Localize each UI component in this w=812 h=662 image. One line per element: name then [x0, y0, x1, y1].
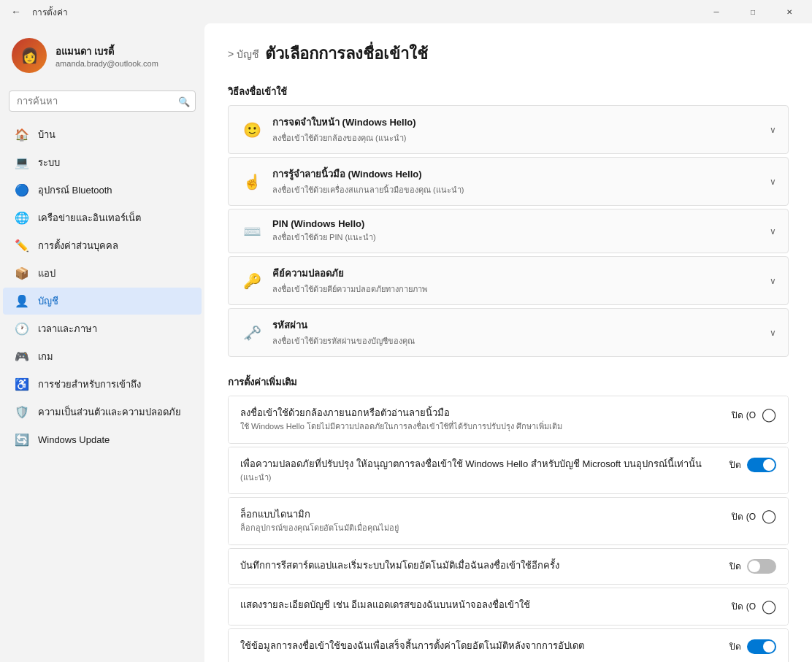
maximize-button[interactable]: □ — [736, 0, 770, 23]
nav-icon-accounts: 👤 — [15, 294, 29, 309]
search-box: 🔍 — [9, 91, 196, 112]
page-header: > บัญชี ตัวเลือกการลงชื่อเข้าใช้ — [228, 41, 789, 66]
settings-window: ← การตั้งค่า ─ □ ✕ 👩 อแมนดา เบรดี้ amand… — [0, 0, 812, 662]
toggle-label-1: ปิด — [729, 458, 741, 472]
toggle-desc-0: ใช้ Windows Hello โดยไม่มีความปลอดภัยในก… — [240, 421, 720, 432]
additional-option-5: ใช้ข้อมูลการลงชื่อเข้าใช้ของฉันเพื่อเสร็… — [228, 628, 789, 662]
signin-option-header-1[interactable]: ☝️ การรู้จำลายนิ้วมือ (Windows Hello) ลง… — [229, 158, 788, 205]
additional-section: การตั้งค่าเพิ่มเติม ลงชื่อเข้าใช้ด้วยกล้… — [228, 374, 789, 662]
signin-option-header-0[interactable]: 🙂 การจดจำใบหน้า (Windows Hello) ลงชื่อเข… — [229, 106, 788, 153]
sidebar-item-gaming[interactable]: 🎮 เกม — [3, 343, 202, 370]
toggle-row-5: ใช้ข้อมูลการลงชื่อเข้าใช้ของฉันเพื่อเสร็… — [229, 629, 788, 662]
toggle-switch-1[interactable] — [747, 458, 776, 472]
signin-option-desc-4: ลงชื่อเข้าใช้ด้วยรหัสผ่านของบัญชีของคุณ — [272, 334, 770, 347]
signin-option-icon-3: 🔑 — [240, 269, 264, 293]
chevron-icon-0: ∨ — [770, 125, 776, 135]
titlebar-left: ← การตั้งค่า — [6, 1, 68, 22]
sidebar-item-bluetooth[interactable]: 🔵 อุปกรณ์ Bluetooth — [3, 177, 202, 204]
signin-option-1[interactable]: ☝️ การรู้จำลายนิ้วมือ (Windows Hello) ลง… — [228, 157, 789, 206]
toggle-label-4: ปิด (O — [732, 599, 756, 613]
close-button[interactable]: ✕ — [773, 0, 806, 23]
signin-option-desc-0: ลงชื่อเข้าใช้ด้วยกล้องของคุณ (แนะนำ) — [272, 131, 770, 145]
additional-options: ลงชื่อเข้าใช้ด้วยกล้องภายนอกหรือตัวอ่านล… — [228, 396, 789, 662]
toggle-title-1: เพื่อความปลอดภัยที่ปรับปรุง ให้อนุญาตการ… — [240, 458, 718, 471]
signin-option-desc-1: ลงชื่อเข้าใช้ด้วยเครื่องสแกนลายนิ้วมือขอ… — [272, 183, 770, 196]
toggle-switch-5[interactable] — [747, 639, 776, 654]
toggle-label-0: ปิด (O — [732, 408, 756, 422]
toggle-label-5: ปิด — [729, 639, 741, 653]
nav-label-personalize: การตั้งค่าส่วนบุคคล — [38, 238, 118, 253]
nav-icon-time: 🕐 — [15, 322, 29, 336]
nav-icon-privacy: 🛡️ — [15, 405, 29, 420]
toggle-switch-3[interactable] — [747, 559, 776, 574]
nav-label-accessibility: การช่วยสำหรับการเข้าถึง — [38, 377, 141, 392]
signin-option-icon-0: 🙂 — [240, 118, 264, 142]
signin-option-desc-3: ลงชื่อเข้าใช้ด้วยคีย์ความปลอดภัยทางกายภา… — [272, 282, 770, 296]
sidebar-item-accessibility[interactable]: ♿ การช่วยสำหรับการเข้าถึง — [3, 371, 202, 398]
main-content: > บัญชี ตัวเลือกการลงชื่อเข้าใช้ วิธีลงช… — [204, 23, 812, 662]
avatar: 👩 — [12, 38, 47, 73]
signin-option-icon-4: 🗝️ — [240, 321, 264, 345]
sidebar-item-home[interactable]: 🏠 บ้าน — [3, 121, 202, 148]
chevron-icon-3: ∨ — [770, 276, 776, 286]
nav-label-time: เวลาและภาษา — [38, 321, 97, 336]
toggle-control-2: ปิด (O ◯ — [732, 508, 776, 524]
signin-option-text-1: การรู้จำลายนิ้วมือ (Windows Hello) ลงชื่… — [272, 166, 770, 196]
page-title: ตัวเลือกการลงชื่อเข้าใช้ — [265, 41, 428, 66]
nav-label-system: ระบบ — [38, 155, 60, 170]
chevron-icon-2: ∨ — [770, 226, 776, 236]
nav-label-windows_update: Windows Update — [38, 434, 110, 445]
back-button[interactable]: ← — [6, 1, 26, 22]
sidebar-item-windows_update[interactable]: 🔄 Windows Update — [3, 426, 202, 453]
signin-option-header-3[interactable]: 🔑 คีย์ความปลอดภัย ลงชื่อเข้าใช้ด้วยคีย์ค… — [229, 257, 788, 304]
signin-option-title-1: การรู้จำลายนิ้วมือ (Windows Hello) — [272, 166, 770, 182]
signin-option-0[interactable]: 🙂 การจดจำใบหน้า (Windows Hello) ลงชื่อเข… — [228, 105, 789, 154]
signin-option-header-2[interactable]: ⌨️ PIN (Windows Hello) ลงชื่อเข้าใช้ด้วย… — [229, 209, 788, 253]
toggle-title-4: แสดงรายละเอียดบัญชี เช่น อีเมลแอดเดรสของ… — [240, 599, 720, 612]
sidebar: 👩 อแมนดา เบรดี้ amanda.brady@outlook.com… — [0, 23, 204, 662]
toggle-control-4: ปิด (O ◯ — [732, 599, 776, 615]
sidebar-item-time[interactable]: 🕐 เวลาและภาษา — [3, 315, 202, 342]
sidebar-item-personalize[interactable]: ✏️ การตั้งค่าส่วนบุคคล — [3, 232, 202, 259]
minimize-button[interactable]: ─ — [700, 0, 733, 23]
toggle-text-2: ล็อกแบบไดนามิก ล็อกอุปกรณ์ของคุณโดยอัตโน… — [240, 508, 720, 534]
signin-option-3[interactable]: 🔑 คีย์ความปลอดภัย ลงชื่อเข้าใช้ด้วยคีย์ค… — [228, 256, 789, 305]
toggle-text-0: ลงชื่อเข้าใช้ด้วยกล้องภายนอกหรือตัวอ่านล… — [240, 407, 720, 433]
nav-label-home: บ้าน — [38, 127, 55, 142]
sidebar-item-system[interactable]: 💻 ระบบ — [3, 149, 202, 176]
search-icon: 🔍 — [178, 96, 190, 107]
nav-label-privacy: ความเป็นส่วนตัวและความปลอดภัย — [38, 404, 181, 420]
search-input[interactable] — [9, 91, 196, 112]
additional-option-0: ลงชื่อเข้าใช้ด้วยกล้องภายนอกหรือตัวอ่านล… — [228, 396, 789, 444]
signin-option-2[interactable]: ⌨️ PIN (Windows Hello) ลงชื่อเข้าใช้ด้วย… — [228, 209, 789, 253]
toggle-row-0: ลงชื่อเข้าใช้ด้วยกล้องภายนอกหรือตัวอ่านล… — [229, 396, 788, 443]
content-area: 👩 อแมนดา เบรดี้ amanda.brady@outlook.com… — [0, 23, 812, 662]
toggle-text-1: เพื่อความปลอดภัยที่ปรับปรุง ให้อนุญาตการ… — [240, 458, 718, 484]
toggle-desc-1: (แนะนำ) — [240, 472, 718, 483]
sidebar-item-apps[interactable]: 📦 แอป — [3, 260, 202, 287]
sidebar-item-network[interactable]: 🌐 เครือข่ายและอินเทอร์เน็ต — [3, 204, 202, 231]
nav-icon-apps: 📦 — [15, 266, 29, 281]
signin-option-4[interactable]: 🗝️ รหัสผ่าน ลงชื่อเข้าใช้ด้วยรหัสผ่านของ… — [228, 308, 789, 357]
nav-label-network: เครือข่ายและอินเทอร์เน็ต — [38, 210, 141, 226]
toggle-title-0: ลงชื่อเข้าใช้ด้วยกล้องภายนอกหรือตัวอ่านล… — [240, 407, 720, 420]
toggle-title-5: ใช้ข้อมูลการลงชื่อเข้าใช้ของฉันเพื่อเสร็… — [240, 639, 718, 653]
signin-option-text-0: การจดจำใบหน้า (Windows Hello) ลงชื่อเข้า… — [272, 115, 770, 145]
titlebar: ← การตั้งค่า ─ □ ✕ — [0, 0, 812, 23]
sidebar-item-privacy[interactable]: 🛡️ ความเป็นส่วนตัวและความปลอดภัย — [3, 399, 202, 426]
additional-section-title: การตั้งค่าเพิ่มเติม — [228, 374, 789, 390]
toggle-text-5: ใช้ข้อมูลการลงชื่อเข้าใช้ของฉันเพื่อเสร็… — [240, 639, 718, 653]
user-profile: 👩 อแมนดา เบรดี้ amanda.brady@outlook.com — [0, 29, 204, 82]
signin-option-title-4: รหัสผ่าน — [272, 317, 770, 333]
sidebar-item-accounts[interactable]: 👤 บัญชี — [3, 288, 202, 315]
toggle-control-0: ปิด (O ◯ — [732, 407, 776, 423]
nav-label-bluetooth: อุปกรณ์ Bluetooth — [38, 182, 112, 198]
chevron-icon-4: ∨ — [770, 328, 776, 338]
signin-option-header-4[interactable]: 🗝️ รหัสผ่าน ลงชื่อเข้าใช้ด้วยรหัสผ่านของ… — [229, 309, 788, 356]
toggle-label-2: ปิด (O — [732, 509, 756, 523]
signin-section-title: วิธีลงชื่อเข้าใช้ — [228, 84, 789, 99]
signin-option-icon-1: ☝️ — [240, 170, 264, 193]
user-email: amanda.brady@outlook.com — [55, 59, 158, 68]
nav-label-gaming: เกม — [38, 349, 53, 364]
additional-option-4: แสดงรายละเอียดบัญชี เช่น อีเมลแอดเดรสของ… — [228, 588, 789, 626]
